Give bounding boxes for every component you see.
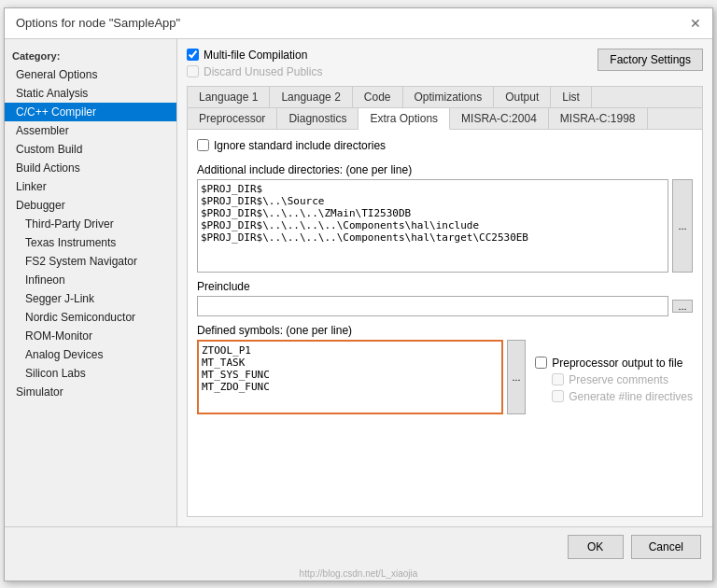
top-options: Multi-file Compilation Discard Unused Pu… — [187, 49, 703, 78]
ignore-std-checkbox[interactable] — [197, 139, 209, 151]
include-dirs-textarea[interactable] — [197, 179, 668, 273]
sidebar-item-nordic[interactable]: Nordic Semiconductor — [5, 308, 176, 327]
preserve-comments-row: Preserve comments — [535, 373, 693, 386]
ok-button[interactable]: OK — [568, 535, 624, 559]
sidebar-item-general[interactable]: General Options — [5, 65, 176, 84]
preinclude-section: Preinclude ... — [197, 280, 693, 316]
sidebar-item-ti[interactable]: Texas Instruments — [5, 233, 176, 252]
preprocessor-output-checkbox[interactable] — [535, 357, 547, 369]
tabs-container: Language 1Language 2CodeOptimizationsOut… — [187, 86, 703, 517]
preserve-comments-label: Preserve comments — [569, 373, 668, 386]
tab-row1-0[interactable]: Language 1 — [188, 87, 270, 107]
preinclude-input[interactable] — [197, 296, 668, 316]
sidebar-item-static[interactable]: Static Analysis — [5, 84, 176, 103]
tab-row1-5[interactable]: List — [551, 87, 592, 107]
multi-file-row: Multi-file Compilation — [187, 49, 322, 62]
tab-row1-2[interactable]: Code — [353, 87, 403, 107]
sidebar-item-rom[interactable]: ROM-Monitor — [5, 327, 176, 345]
ignore-std-row: Ignore standard include directories — [197, 139, 693, 152]
sidebar-item-fs2[interactable]: FS2 System Navigator — [5, 252, 176, 271]
tab-row1-3[interactable]: Optimizations — [403, 87, 495, 107]
preprocessor-output-row: Preprocessor output to file — [535, 357, 693, 370]
checkboxes-group: Multi-file Compilation Discard Unused Pu… — [187, 49, 322, 78]
dialog-body: Category: General OptionsStatic Analysis… — [5, 39, 712, 526]
generate-directives-row: Generate #line directives — [535, 390, 693, 403]
sidebar-item-analog[interactable]: Analog Devices — [5, 345, 176, 364]
include-dirs-row: ... — [197, 179, 693, 273]
cancel-button[interactable]: Cancel — [631, 535, 701, 559]
sidebar: Category: General OptionsStatic Analysis… — [5, 39, 177, 526]
tab-row-1: Language 1Language 2CodeOptimizationsOut… — [188, 87, 702, 108]
sidebar-item-simulator[interactable]: Simulator — [5, 383, 176, 401]
title-bar: Options for node "SampleApp" ✕ — [5, 8, 712, 39]
symbols-textarea-container: ... — [197, 340, 526, 414]
ignore-std-label: Ignore standard include directories — [214, 139, 386, 152]
discard-row: Discard Unused Publics — [187, 65, 322, 78]
defined-symbols-textarea[interactable] — [197, 340, 503, 414]
discard-checkbox[interactable] — [187, 65, 199, 77]
sidebar-item-custom[interactable]: Custom Build — [5, 140, 176, 159]
tab-row2-4[interactable]: MISRA-C:1998 — [549, 108, 648, 129]
preinclude-row: ... — [197, 296, 693, 316]
tab-row-2: PreprocessorDiagnosticsExtra OptionsMISR… — [188, 108, 702, 130]
defined-symbols-label: Defined symbols: (one per line) — [197, 324, 693, 337]
generate-directives-checkbox[interactable] — [552, 390, 564, 402]
tab-row2-1[interactable]: Diagnostics — [277, 108, 358, 129]
sidebar-item-infineon[interactable]: Infineon — [5, 271, 176, 289]
dialog-title: Options for node "SampleApp" — [16, 16, 180, 30]
sidebar-item-silicon[interactable]: Silicon Labs — [5, 364, 176, 383]
preinclude-label: Preinclude — [197, 280, 693, 293]
multi-file-label: Multi-file Compilation — [204, 49, 307, 62]
dialog-footer-wrapper: OK Cancel http://blog.csdn.net/L_xiaojia — [5, 526, 712, 581]
preprocessor-output-label: Preprocessor output to file — [552, 357, 682, 370]
preinclude-btn[interactable]: ... — [672, 300, 693, 313]
sidebar-item-debugger[interactable]: Debugger — [5, 196, 176, 215]
generate-directives-label: Generate #line directives — [569, 390, 693, 403]
tab-row1-4[interactable]: Output — [494, 87, 551, 107]
tab-row2-3[interactable]: MISRA-C:2004 — [450, 108, 549, 129]
symbols-right: Preprocessor output to file Preserve com… — [535, 340, 693, 414]
include-dirs-section: Additional include directories: (one per… — [197, 163, 693, 273]
factory-settings-button[interactable]: Factory Settings — [598, 49, 703, 71]
output-check-group: Preprocessor output to file Preserve com… — [535, 357, 693, 403]
options-dialog: Options for node "SampleApp" ✕ Category:… — [4, 7, 713, 581]
symbols-left: ... — [197, 340, 526, 414]
defined-symbols-area: ... Preprocessor output to file — [197, 340, 693, 414]
sidebar-item-segger[interactable]: Segger J-Link — [5, 289, 176, 308]
sidebar-item-build[interactable]: Build Actions — [5, 159, 176, 177]
sidebar-item-third-party[interactable]: Third-Party Driver — [5, 215, 176, 233]
dialog-footer: OK Cancel — [5, 526, 712, 567]
defined-symbols-section: Defined symbols: (one per line) ... — [197, 324, 693, 414]
watermark: http://blog.csdn.net/L_xiaojia — [5, 567, 712, 581]
tab-row2-2[interactable]: Extra Options — [358, 108, 450, 130]
discard-label: Discard Unused Publics — [204, 65, 322, 78]
sidebar-item-cpp[interactable]: C/C++ Compiler — [5, 103, 176, 121]
tab-row1-1[interactable]: Language 2 — [270, 87, 352, 107]
tab-row2-0[interactable]: Preprocessor — [188, 108, 277, 129]
sidebar-item-assembler[interactable]: Assembler — [5, 121, 176, 140]
tab-content-area: Ignore standard include directories Addi… — [188, 130, 702, 516]
include-dirs-btn[interactable]: ... — [672, 179, 693, 273]
category-label: Category: — [5, 47, 176, 65]
sidebar-item-linker[interactable]: Linker — [5, 177, 176, 196]
multi-file-checkbox[interactable] — [187, 49, 199, 61]
include-dirs-label: Additional include directories: (one per… — [197, 163, 693, 176]
main-content: Multi-file Compilation Discard Unused Pu… — [177, 39, 712, 526]
symbols-btn[interactable]: ... — [507, 340, 527, 414]
close-button[interactable]: ✕ — [690, 16, 701, 31]
preserve-comments-checkbox[interactable] — [552, 373, 564, 385]
